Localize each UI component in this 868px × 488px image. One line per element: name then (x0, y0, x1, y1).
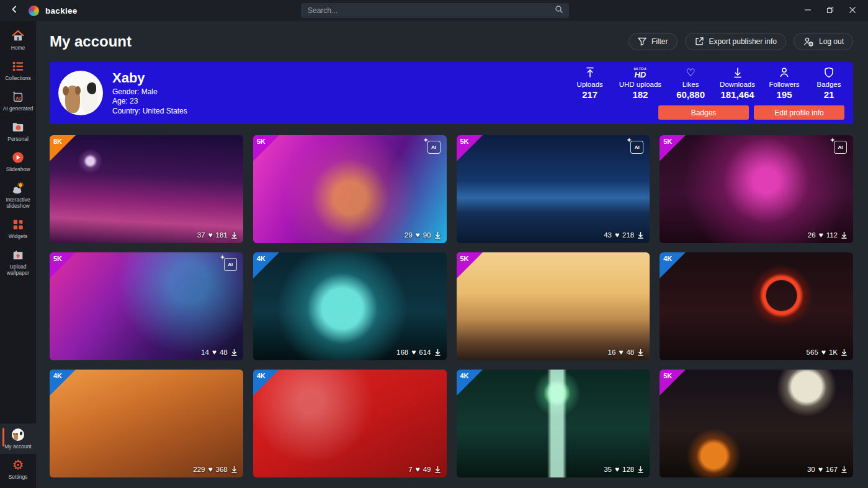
badges-button[interactable]: Badges (658, 105, 749, 120)
sidebar-item-home[interactable]: Home (0, 25, 36, 55)
card-stats: 30♥167 (807, 466, 848, 473)
sidebar-item-widgets[interactable]: Widgets (0, 213, 36, 244)
likes-count: 229 (193, 466, 205, 473)
download-icon (231, 466, 238, 473)
resolution-label: 5K (663, 372, 672, 379)
back-button[interactable] (6, 2, 22, 19)
personal-icon (11, 120, 25, 134)
heart-icon: ♥ (619, 348, 623, 356)
sidebar-item-personal[interactable]: Personal (0, 116, 36, 146)
resolution-label: 5K (663, 138, 672, 145)
sidebar-item-my-account[interactable]: My account (0, 424, 36, 454)
sidebar-item-settings[interactable]: ⚙Settings (0, 454, 36, 484)
wallpaper-card[interactable]: 5K30♥167 (660, 370, 853, 477)
likes-count: 37 (197, 231, 205, 239)
card-stats: 565♥1K (807, 348, 848, 356)
card-stats: 14♥48 (201, 348, 238, 356)
wallpaper-card[interactable]: 5K16♥48 (457, 252, 650, 360)
sidebar-spacer (0, 280, 36, 424)
wallpaper-card[interactable]: 5K✦AI14♥48 (50, 252, 243, 360)
sidebar-item-label: Settings (9, 474, 28, 480)
downloads-count: 1K (829, 348, 838, 356)
export-publisher-info-button[interactable]: Export publisher info (685, 33, 786, 50)
filter-button[interactable]: Filter (629, 33, 678, 50)
sidebar-item-interactive-slideshow[interactable]: Interactive slideshow (0, 177, 36, 213)
home-icon (11, 29, 25, 43)
likes-count: 565 (807, 348, 818, 356)
wallpaper-grid: 8K37♥1815K✦AI29♥905K✦AI43♥2185K✦AI26♥112… (50, 135, 853, 477)
card-stats: 29♥90 (405, 231, 441, 239)
export-icon (694, 37, 704, 47)
close-icon (849, 5, 856, 16)
download-icon (434, 231, 441, 239)
minimize-button[interactable] (799, 2, 817, 19)
profile-banner: Xaby Gender: Male Age: 23 Country: Unite… (50, 62, 853, 124)
log-out-button[interactable]: Log out (794, 33, 853, 50)
search-input[interactable] (306, 6, 555, 16)
download-icon (841, 348, 848, 356)
window-controls (799, 2, 862, 19)
card-stats: 16♥48 (608, 348, 645, 356)
sidebar-item-collections[interactable]: Collections (0, 55, 36, 86)
stat-label: Badges (817, 81, 841, 88)
sidebar-item-ai-generated[interactable]: AIAI generated (0, 86, 36, 116)
downloads-count: 614 (419, 348, 431, 356)
resolution-label: 5K (460, 255, 469, 262)
widgets-icon (11, 218, 25, 231)
wallpaper-card[interactable]: 5K✦AI29♥90 (253, 135, 447, 243)
restore-button[interactable] (821, 2, 839, 19)
filter-icon (638, 37, 647, 46)
wallpaper-card[interactable]: 4K565♥1K (660, 252, 853, 360)
wallpaper-card[interactable]: 5K✦AI43♥218 (457, 135, 650, 243)
resolution-label: 4K (663, 255, 672, 262)
wallpaper-card[interactable]: 4K229♥368 (50, 370, 243, 477)
sparkle-icon: ✦ (220, 254, 225, 260)
sidebar-nav-bottom: My account⚙Settings (0, 424, 36, 484)
likes-count: 26 (808, 231, 816, 239)
sidebar-item-upload-wallpaper[interactable]: Upload wallpaper (0, 244, 36, 280)
upload-wallpaper-icon (11, 248, 25, 262)
edit-profile-info-button[interactable]: Edit profile info (754, 105, 844, 120)
downloads-count: 167 (826, 466, 838, 473)
ai-generated-badge-icon: ✦AI (224, 258, 237, 271)
profile-country: Country: United States (112, 107, 187, 117)
minimize-icon (804, 5, 812, 16)
sidebar-item-slideshow[interactable]: Slideshow (0, 146, 36, 177)
card-stats: 229♥368 (193, 466, 238, 473)
sidebar-item-label: Home (11, 45, 25, 51)
heart-icon: ♥ (208, 466, 212, 473)
heart-icon: ♥ (411, 348, 416, 356)
download-icon (231, 231, 238, 239)
sparkle-icon: ✦ (830, 137, 835, 143)
heart-icon: ♥ (208, 231, 212, 239)
card-stats: 26♥112 (808, 231, 848, 239)
likes-count: 29 (405, 231, 413, 239)
stat-value: 182 (632, 89, 648, 100)
sidebar: HomeCollectionsAIAI generatedPersonalSli… (0, 21, 36, 488)
heart-icon: ♥ (818, 466, 823, 473)
likes-count: 7 (408, 466, 412, 473)
wallpaper-card[interactable]: 5K✦AI26♥112 (660, 135, 853, 243)
download-icon (434, 348, 441, 356)
settings-icon: ⚙ (12, 458, 24, 472)
heart-icon: ♥ (615, 231, 619, 239)
resolution-label: 8K (53, 138, 62, 145)
resolution-label: 5K (460, 138, 469, 145)
sidebar-item-label: My account (4, 443, 31, 450)
sidebar-item-label: Widgets (9, 233, 28, 239)
wallpaper-card[interactable]: 4K7♥49 (253, 370, 447, 477)
brand-name: backiee (45, 6, 78, 16)
restore-icon (826, 5, 834, 16)
wallpaper-card[interactable]: 4K168♥614 (253, 252, 447, 360)
search-bar[interactable] (301, 3, 569, 18)
downloads-count: 49 (423, 466, 431, 473)
followers-icon (778, 66, 790, 79)
close-button[interactable] (843, 2, 862, 19)
search-icon[interactable] (555, 5, 563, 16)
card-stats: 37♥181 (197, 231, 238, 239)
card-stats: 168♥614 (396, 348, 441, 356)
sidebar-item-label: AI generated (3, 105, 34, 112)
wallpaper-card[interactable]: 4K35♥128 (457, 370, 650, 477)
wallpaper-card[interactable]: 8K37♥181 (50, 135, 243, 243)
my-account-avatar (12, 428, 24, 441)
